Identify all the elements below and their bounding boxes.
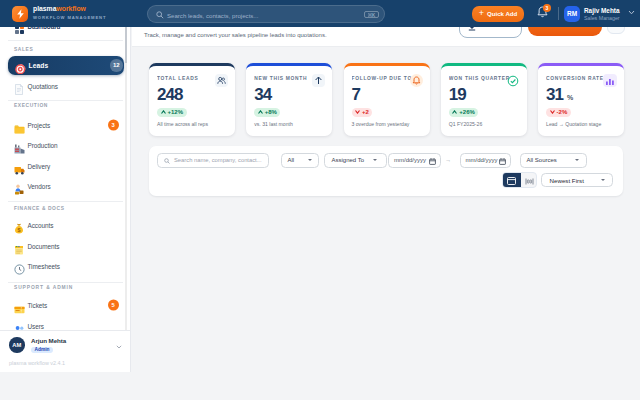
svg-text:$: $ [17,227,20,233]
